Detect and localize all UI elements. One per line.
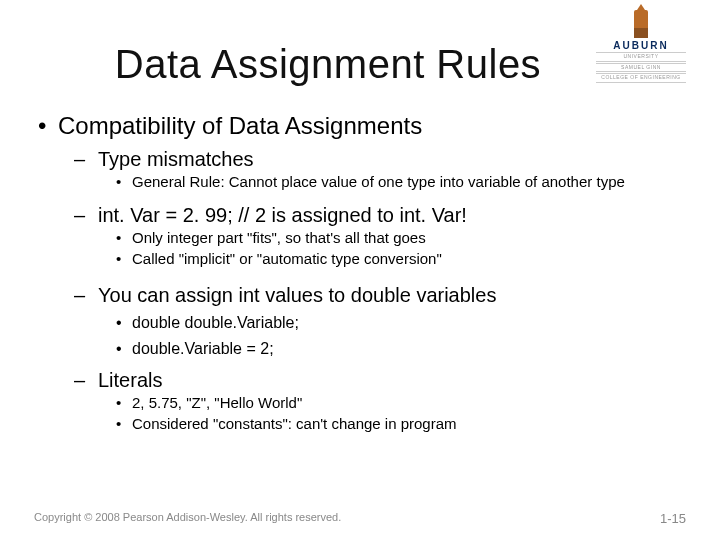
- bullet-level3: Considered "constants": can't change in …: [114, 415, 686, 434]
- bullet-level1: Compatibility of Data Assignments: [34, 112, 686, 140]
- slide-body: Compatibility of Data Assignments Type m…: [0, 112, 720, 434]
- logo-text-main: AUBURN: [596, 40, 686, 51]
- page-number: 1-15: [660, 511, 686, 526]
- copyright-text: Copyright © 2008 Pearson Addison-Wesley.…: [34, 511, 341, 526]
- logo-text-sub3: COLLEGE OF ENGINEERING: [596, 73, 686, 83]
- bullet-level3: double.Variable = 2;: [114, 339, 686, 359]
- footer: Copyright © 2008 Pearson Addison-Wesley.…: [34, 511, 686, 526]
- logo-text-sub1: UNIVERSITY: [596, 52, 686, 62]
- bullet-level2: int. Var = 2. 99; // 2 is assigned to in…: [74, 204, 686, 227]
- logo-text-sub2: SAMUEL GINN: [596, 63, 686, 73]
- bullet-level3: Only integer part "fits", so that's all …: [114, 229, 686, 248]
- header: Data Assignment Rules AUBURN UNIVERSITY …: [0, 0, 720, 100]
- bullet-level2: Type mismatches: [74, 148, 686, 171]
- tower-icon: [634, 10, 648, 38]
- bullet-level2: Literals: [74, 369, 686, 392]
- bullet-level2: You can assign int values to double vari…: [74, 284, 686, 307]
- slide-title: Data Assignment Rules: [0, 28, 596, 87]
- slide: Data Assignment Rules AUBURN UNIVERSITY …: [0, 0, 720, 540]
- bullet-level3: Called "implicit" or "automatic type con…: [114, 250, 686, 269]
- bullet-level3: General Rule: Cannot place value of one …: [114, 173, 686, 192]
- bullet-level3: double double.Variable;: [114, 313, 686, 333]
- bullet-level3: 2, 5.75, "Z", "Hello World": [114, 394, 686, 413]
- university-logo: AUBURN UNIVERSITY SAMUEL GINN COLLEGE OF…: [596, 10, 686, 83]
